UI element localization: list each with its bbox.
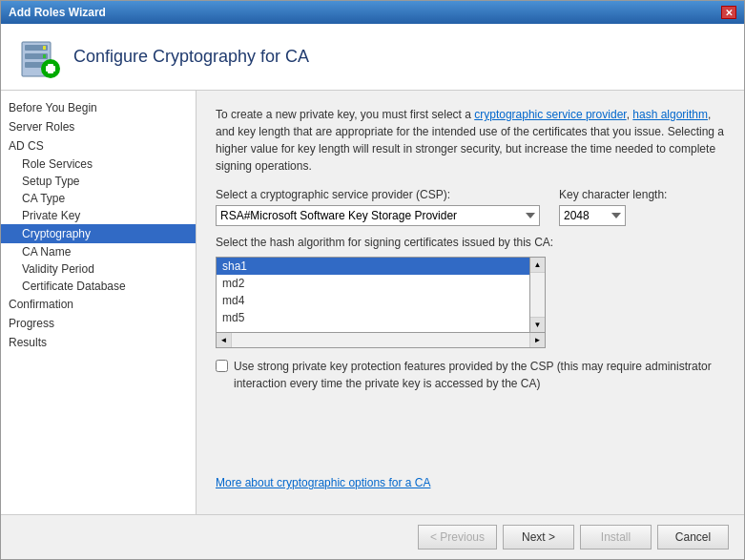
svg-rect-5 [43, 54, 46, 58]
hash-item-md4[interactable]: md4 [217, 292, 529, 309]
sidebar-item-ad-cs[interactable]: AD CS [1, 136, 196, 156]
title-bar: Add Roles Wizard ✕ [1, 1, 744, 24]
hash-item-md2[interactable]: md2 [217, 275, 529, 292]
sidebar-item-setup-type[interactable]: Setup Type [1, 173, 196, 190]
install-button[interactable]: Install [580, 525, 652, 550]
page-title: Configure Cryptography for CA [73, 47, 309, 67]
sidebar-item-server-roles[interactable]: Server Roles [1, 117, 196, 136]
strong-key-checkbox[interactable] [216, 360, 228, 372]
hash-link[interactable]: hash algorithm [632, 108, 708, 121]
key-length-label: Key character length: [559, 188, 667, 201]
sidebar-item-ca-name[interactable]: CA Name [1, 243, 196, 260]
sidebar-item-role-services[interactable]: Role Services [1, 156, 196, 173]
window-title: Add Roles Wizard [9, 6, 106, 19]
hash-scroll-right-btn[interactable]: ► [529, 333, 545, 347]
hash-horiz-scrollbar: ◄ ► [216, 333, 546, 348]
wizard-window: Add Roles Wizard ✕ Configure Cryptograph… [0, 0, 745, 560]
header-bar: Configure Cryptography for CA [1, 24, 744, 91]
sidebar-item-cryptography[interactable]: Cryptography [1, 224, 196, 243]
csp-label: Select a cryptographic service provider … [216, 188, 540, 201]
hash-scroll-up-btn[interactable]: ▲ [530, 258, 545, 273]
sidebar: Before You Begin Server Roles AD CS Role… [1, 91, 197, 514]
csp-select[interactable]: RSA#Microsoft Software Key Storage Provi… [216, 205, 540, 226]
close-button[interactable]: ✕ [721, 6, 736, 19]
previous-button[interactable]: < Previous [418, 525, 497, 550]
main-content: To create a new private key, you must fi… [197, 91, 744, 514]
hash-item-sha1[interactable]: sha1 [217, 258, 529, 275]
svg-rect-8 [46, 66, 55, 72]
sidebar-item-certificate-database[interactable]: Certificate Database [1, 278, 196, 295]
svg-rect-4 [43, 46, 46, 50]
sidebar-item-private-key[interactable]: Private Key [1, 207, 196, 224]
sidebar-item-results[interactable]: Results [1, 333, 196, 352]
sidebar-item-progress[interactable]: Progress [1, 314, 196, 333]
hash-group: Select the hash algorithm for signing ce… [216, 236, 725, 348]
wizard-icon [16, 34, 62, 80]
sidebar-item-before-you-begin[interactable]: Before You Begin [1, 98, 196, 117]
sidebar-item-ca-type[interactable]: CA Type [1, 190, 196, 207]
hash-scroll-down-btn[interactable]: ▼ [530, 317, 545, 332]
content-area: Before You Begin Server Roles AD CS Role… [1, 91, 744, 514]
csp-key-row: Select a cryptographic service provider … [216, 188, 725, 226]
hash-item-md5[interactable]: md5 [217, 309, 529, 326]
key-length-select[interactable]: 512102420484096 [559, 205, 626, 226]
sidebar-item-confirmation[interactable]: Confirmation [1, 295, 196, 314]
strong-key-checkbox-row: Use strong private key protection featur… [216, 358, 725, 392]
hash-scroll-left-btn[interactable]: ◄ [217, 333, 232, 347]
csp-select-wrapper: RSA#Microsoft Software Key Storage Provi… [216, 205, 540, 226]
description-text: To create a new private key, you must fi… [216, 106, 725, 175]
more-info-link-row: More about cryptographic options for a C… [216, 476, 725, 489]
more-info-link[interactable]: More about cryptographic options for a C… [216, 476, 430, 489]
desc-before-link1: To create a new private key, you must fi… [216, 108, 474, 121]
hash-label: Select the hash algorithm for signing ce… [216, 236, 725, 249]
cancel-button[interactable]: Cancel [657, 525, 729, 550]
hash-scrollbar: ▲ ▼ [530, 257, 546, 333]
key-length-group: Key character length: 512102420484096 [559, 188, 667, 226]
hash-scroll-track [232, 333, 529, 347]
csp-link[interactable]: cryptographic service provider [474, 108, 626, 121]
csp-group: Select a cryptographic service provider … [216, 188, 540, 226]
sidebar-item-validity-period[interactable]: Validity Period [1, 260, 196, 278]
hash-listbox-wrapper: sha1 md2 md4 md5 ▲ ▼ [216, 257, 725, 333]
next-button[interactable]: Next > [503, 525, 574, 550]
footer: < Previous Next > Install Cancel [1, 514, 744, 559]
strong-key-label: Use strong private key protection featur… [234, 358, 725, 392]
hash-listbox[interactable]: sha1 md2 md4 md5 [216, 257, 530, 333]
